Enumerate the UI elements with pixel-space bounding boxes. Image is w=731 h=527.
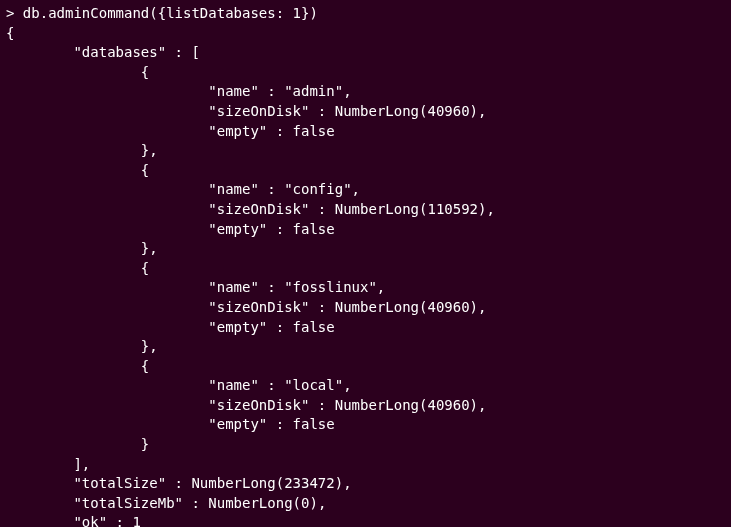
databases-close: ], <box>6 456 90 472</box>
total-size: "totalSize" : NumberLong(233472), <box>6 475 352 491</box>
command-line: db.adminCommand({listDatabases: 1}) <box>23 5 318 21</box>
db-3-name: "name" : "local", <box>6 377 352 393</box>
db-3-empty: "empty" : false <box>6 416 335 432</box>
db-1-open: { <box>6 162 149 178</box>
db-0-close: }, <box>6 142 158 158</box>
db-1-empty: "empty" : false <box>6 221 335 237</box>
db-1-size: "sizeOnDisk" : NumberLong(110592), <box>6 201 495 217</box>
db-2-name: "name" : "fosslinux", <box>6 279 385 295</box>
db-0-size: "sizeOnDisk" : NumberLong(40960), <box>6 103 486 119</box>
terminal-output: > db.adminCommand({listDatabases: 1}) { … <box>6 4 725 527</box>
db-2-size: "sizeOnDisk" : NumberLong(40960), <box>6 299 486 315</box>
databases-key: "databases" : [ <box>6 44 200 60</box>
db-0-open: { <box>6 64 149 80</box>
db-0-empty: "empty" : false <box>6 123 335 139</box>
db-3-close: } <box>6 436 149 452</box>
db-0-name: "name" : "admin", <box>6 83 352 99</box>
ok: "ok" : 1 <box>6 514 141 527</box>
prompt-char: > <box>6 5 23 21</box>
db-2-close: }, <box>6 338 158 354</box>
db-3-size: "sizeOnDisk" : NumberLong(40960), <box>6 397 486 413</box>
db-3-open: { <box>6 358 149 374</box>
db-2-empty: "empty" : false <box>6 319 335 335</box>
db-1-close: }, <box>6 240 158 256</box>
output-open-brace: { <box>6 25 14 41</box>
db-2-open: { <box>6 260 149 276</box>
db-1-name: "name" : "config", <box>6 181 360 197</box>
total-size-mb: "totalSizeMb" : NumberLong(0), <box>6 495 326 511</box>
